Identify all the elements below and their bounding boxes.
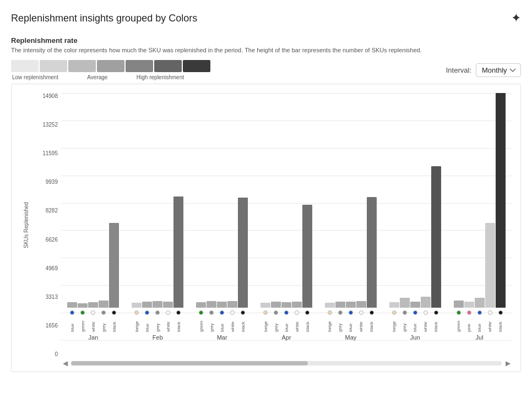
color-dot xyxy=(230,310,235,315)
color-label: black xyxy=(498,316,503,332)
color-dot xyxy=(392,310,397,315)
color-label: beige xyxy=(392,316,397,332)
color-dot xyxy=(403,310,407,315)
dot-column: white xyxy=(163,310,173,332)
color-swatch xyxy=(40,60,67,72)
bar[interactable] xyxy=(281,302,291,308)
dot-column: green xyxy=(454,310,464,332)
color-dot xyxy=(176,310,181,315)
color-swatch xyxy=(126,60,153,72)
color-label: blue xyxy=(348,316,353,332)
color-dot xyxy=(241,310,245,315)
bar[interactable] xyxy=(389,302,399,308)
dot-column: black xyxy=(173,310,183,332)
bar[interactable] xyxy=(217,302,227,308)
bar[interactable] xyxy=(302,205,312,308)
color-dot xyxy=(274,310,278,315)
bars-container xyxy=(325,93,377,308)
month-label: Jul xyxy=(476,334,484,341)
bars-container xyxy=(389,93,441,308)
bar[interactable] xyxy=(454,301,464,308)
bar[interactable] xyxy=(173,196,183,308)
bar[interactable] xyxy=(431,166,441,308)
color-label: black xyxy=(112,316,117,332)
month-group: bluegreenwhitegreyblackJan xyxy=(61,93,126,341)
dot-column: beige xyxy=(389,310,399,332)
bar[interactable] xyxy=(99,301,108,308)
bar[interactable] xyxy=(421,297,431,308)
month-dots-row: beigebluegreywhiteblack xyxy=(132,310,183,332)
bar[interactable] xyxy=(153,301,162,308)
bar[interactable] xyxy=(227,301,237,308)
color-label: grey xyxy=(274,316,279,332)
scrollbar-wrapper: ◀ ▶ xyxy=(61,357,512,372)
bar[interactable] xyxy=(292,302,302,308)
bar[interactable] xyxy=(325,303,335,308)
y-tick: 4969 xyxy=(46,265,58,271)
bar[interactable] xyxy=(142,302,152,308)
bar[interactable] xyxy=(335,302,345,308)
dot-column: blue xyxy=(346,310,356,332)
dot-column: grey xyxy=(207,310,216,332)
scrollbar-handle[interactable] xyxy=(71,361,308,365)
interval-select[interactable]: DailyWeeklyMonthlyYearly xyxy=(476,63,521,77)
color-dot xyxy=(467,310,471,315)
bar[interactable] xyxy=(163,302,173,308)
bar[interactable] xyxy=(88,302,98,308)
month-label: Apr xyxy=(281,334,291,341)
month-dots-row: greenpinkbluewhiteblack xyxy=(454,310,506,332)
scroll-right-button[interactable]: ▶ xyxy=(504,359,512,367)
chart-area: SKUs Replenished 14908132521159599398282… xyxy=(20,93,512,357)
color-label: white xyxy=(423,316,428,332)
scrollbar-track[interactable] xyxy=(71,361,502,365)
bar[interactable] xyxy=(260,303,270,308)
color-label: grey xyxy=(209,316,214,332)
bar[interactable] xyxy=(464,302,474,308)
interval-label: Interval: xyxy=(446,66,471,74)
bar[interactable] xyxy=(400,298,410,308)
month-group: beigegreybluewhiteblackApr xyxy=(254,93,319,341)
dot-column: beige xyxy=(260,310,270,332)
color-dot xyxy=(370,310,374,315)
color-dot xyxy=(80,310,85,315)
interval-control: Interval: DailyWeeklyMonthlyYearly xyxy=(446,63,521,77)
scroll-left-button[interactable]: ◀ xyxy=(61,359,69,367)
bar[interactable] xyxy=(271,302,281,308)
color-label: white xyxy=(295,316,300,332)
dot-column: black xyxy=(109,310,119,332)
color-label: black xyxy=(176,316,181,332)
dot-column: white xyxy=(485,310,495,332)
bar[interactable] xyxy=(356,301,366,308)
bar[interactable] xyxy=(67,302,77,308)
color-label: blue xyxy=(70,316,75,332)
bars-container xyxy=(132,93,183,308)
bar[interactable] xyxy=(78,303,88,308)
month-dots-row: beigegreybluewhiteblack xyxy=(260,310,312,332)
bar[interactable] xyxy=(238,198,248,308)
color-label: beige xyxy=(263,316,268,332)
bar[interactable] xyxy=(109,223,119,308)
color-dot xyxy=(457,310,461,315)
bar[interactable] xyxy=(346,302,356,308)
bar[interactable] xyxy=(132,303,142,308)
bar[interactable] xyxy=(207,301,216,308)
bar[interactable] xyxy=(475,298,485,308)
bar[interactable] xyxy=(485,223,495,308)
color-dot xyxy=(284,310,289,315)
bars-container xyxy=(196,93,248,308)
y-axis: 1490813252115959939828266264969331316560 xyxy=(34,93,58,357)
bar[interactable] xyxy=(496,93,506,308)
color-swatch xyxy=(183,60,210,72)
color-dot xyxy=(134,310,139,315)
bar[interactable] xyxy=(367,197,377,308)
color-dot xyxy=(70,310,74,315)
bar[interactable] xyxy=(196,302,206,308)
legend-scale: Low replenishment Average High replenish… xyxy=(11,60,210,80)
replenishment-section: Replenishment rate The intensity of the … xyxy=(11,36,521,80)
bar[interactable] xyxy=(410,302,420,308)
sparkle-icon[interactable]: ✦ xyxy=(511,11,521,25)
color-dot xyxy=(305,310,310,315)
month-label: Jun xyxy=(410,334,420,341)
low-replenishment-label: Low replenishment xyxy=(12,74,58,80)
dot-column: beige xyxy=(132,310,142,332)
